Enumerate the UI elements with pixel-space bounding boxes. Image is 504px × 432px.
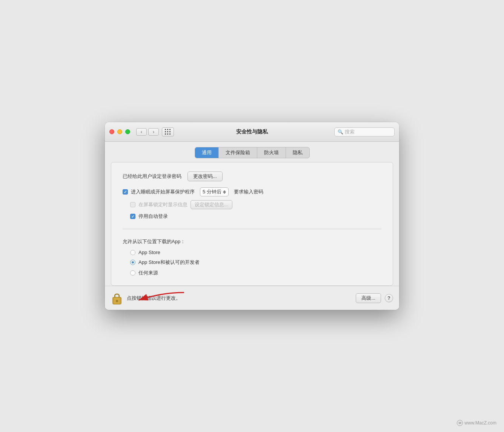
lock-icon[interactable] <box>111 291 123 305</box>
radio-anywhere-label: 任何来源 <box>138 270 158 276</box>
radio-appstore-dev-label: App Store和被认可的开发者 <box>138 259 200 266</box>
divider <box>123 229 381 229</box>
show-message-checkbox[interactable] <box>130 202 135 207</box>
disable-auto-login-label: 停用自动登录 <box>138 213 168 220</box>
radio-appstore[interactable] <box>130 250 135 255</box>
show-message-row: 在屏幕锁定时显示信息 设定锁定信息... <box>130 200 381 209</box>
dropdown-arrow-icon <box>223 190 226 194</box>
radio-appstore-dev[interactable] <box>130 260 135 265</box>
bottom-bar: 点按锁按钮以进行更改。 高级... ? <box>105 286 399 310</box>
sleep-dropdown-value: 5 分钟后 <box>203 188 221 195</box>
tabs-bar: 通用 文件保险箱 防火墙 隐私 <box>105 142 399 162</box>
radio-appstore-label: App Store <box>138 250 160 255</box>
back-button[interactable]: ‹ <box>136 128 147 136</box>
svg-rect-3 <box>116 300 118 302</box>
sleep-checkbox[interactable] <box>123 189 128 195</box>
set-lock-button[interactable]: 设定锁定信息... <box>191 200 232 209</box>
require-password-label: 要求输入密码 <box>234 188 263 195</box>
minimize-button[interactable] <box>117 129 122 134</box>
radio-appstore-row: App Store <box>130 250 381 255</box>
radio-group: App Store App Store和被认可的开发者 任何来源 <box>130 250 381 276</box>
tab-general[interactable]: 通用 <box>195 147 219 158</box>
advanced-button[interactable]: 高级... <box>356 293 381 303</box>
watermark-icon: M <box>457 420 463 426</box>
help-button[interactable]: ? <box>385 294 393 302</box>
tab-firewall[interactable]: 防火墙 <box>257 147 286 158</box>
password-label: 已经给此用户设定登录密码 <box>123 173 181 180</box>
content-area: 已经给此用户设定登录密码 更改密码... 进入睡眠或开始屏幕保护程序 5 分钟后… <box>111 162 393 286</box>
radio-anywhere[interactable] <box>130 270 135 276</box>
radio-anywhere-row: 任何来源 <box>130 270 381 276</box>
watermark-text: www.MacZ.com <box>464 420 496 426</box>
tab-filevault[interactable]: 文件保险箱 <box>219 147 257 158</box>
nav-buttons: ‹ › <box>136 128 159 136</box>
titlebar: ‹ › 安全性与隐私 🔍 搜索 <box>105 122 399 142</box>
window: ‹ › 安全性与隐私 🔍 搜索 通用 文件保险箱 防火墙 隐私 已经给此用户设定… <box>105 122 399 310</box>
search-placeholder: 搜索 <box>345 129 355 135</box>
search-icon: 🔍 <box>338 129 343 135</box>
checkbox-section: 进入睡眠或开始屏幕保护程序 5 分钟后 要求输入密码 在屏幕锁定时显示信息 设定… <box>123 187 381 220</box>
tab-privacy[interactable]: 隐私 <box>286 147 309 158</box>
sleep-dropdown[interactable]: 5 分钟后 <box>200 187 229 196</box>
window-title: 安全性与隐私 <box>236 129 268 135</box>
change-password-button[interactable]: 更改密码... <box>187 172 223 181</box>
maximize-button[interactable] <box>125 129 130 134</box>
close-button[interactable] <box>109 129 114 134</box>
disable-auto-login-row: 停用自动登录 <box>130 213 381 220</box>
disable-auto-login-checkbox[interactable] <box>130 214 135 219</box>
bottom-right-buttons: 高级... ? <box>356 293 393 303</box>
watermark: M www.MacZ.com <box>457 420 496 426</box>
sleep-checkbox-row: 进入睡眠或开始屏幕保护程序 5 分钟后 要求输入密码 <box>123 187 381 196</box>
lock-status-text: 点按锁按钮以进行更改。 <box>127 295 181 302</box>
allow-downloads-label: 允许从以下位置下载的App： <box>123 238 381 245</box>
radio-appstore-dev-row: App Store和被认可的开发者 <box>130 259 381 266</box>
sleep-label: 进入睡眠或开始屏幕保护程序 <box>131 188 195 195</box>
show-message-label: 在屏幕锁定时显示信息 <box>138 201 187 208</box>
grid-view-button[interactable] <box>162 127 174 136</box>
traffic-lights <box>109 129 130 134</box>
forward-button[interactable]: › <box>148 128 159 136</box>
tabs-container: 通用 文件保险箱 防火墙 隐私 <box>195 147 310 158</box>
password-row: 已经给此用户设定登录密码 更改密码... <box>123 172 381 181</box>
grid-icon <box>165 129 171 135</box>
search-box[interactable]: 🔍 搜索 <box>334 127 395 136</box>
